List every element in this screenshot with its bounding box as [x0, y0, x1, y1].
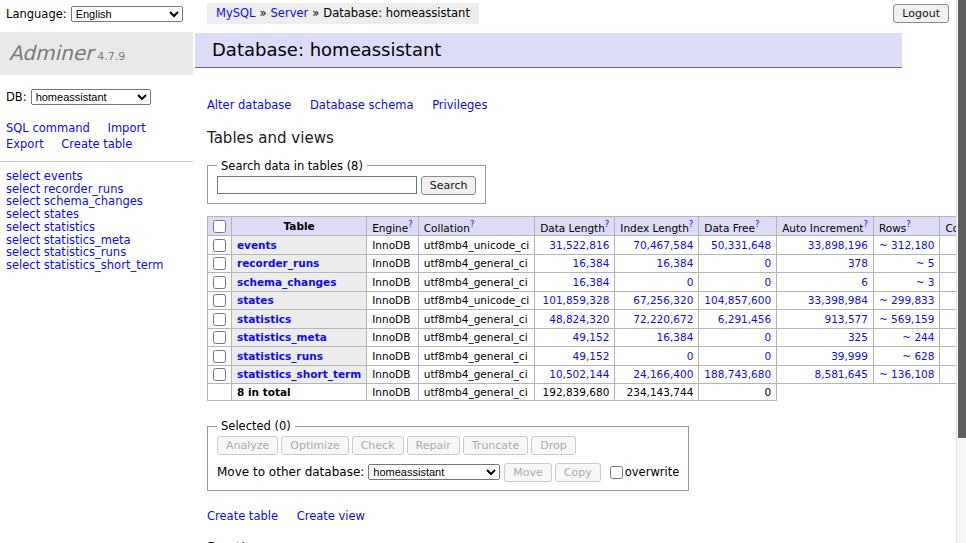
data-length-value[interactable]: 48,824,320 [535, 310, 615, 329]
rows-value[interactable]: ~ 5 [873, 254, 940, 273]
row-checkbox-states[interactable] [213, 294, 226, 307]
data-free-value[interactable]: 188,743,680 [699, 365, 777, 384]
data-length-value[interactable]: 49,152 [535, 347, 615, 366]
move-database-select[interactable]: homeassistant [368, 464, 500, 480]
row-checkbox-recorder-runs[interactable] [213, 257, 226, 270]
sidebar-table-item: select statistics_short_term [6, 259, 193, 272]
data-length-value[interactable]: 31,522,816 [535, 236, 615, 255]
selected-analyze-button[interactable]: Analyze [217, 436, 278, 455]
rows-value[interactable]: ~ 299,833 [873, 291, 940, 310]
table-row-statistics-runs: statistics_runsInnoDButf8mb4_general_ci4… [208, 347, 966, 366]
index-length-value[interactable]: 72,220,672 [615, 310, 699, 329]
move-move-button[interactable]: Move [504, 463, 552, 482]
help-icon[interactable]: ? [689, 219, 694, 229]
data-length-value[interactable]: 16,384 [535, 273, 615, 292]
data-free-value[interactable]: 104,857,600 [699, 291, 777, 310]
sidebar-action-sql-command-link[interactable]: SQL command [6, 121, 90, 135]
sidebar-action-export-link[interactable]: Export [6, 137, 44, 151]
row-checkbox-statistics-short-term[interactable] [213, 368, 226, 381]
index-length-value[interactable]: 24,166,400 [615, 365, 699, 384]
rows-value[interactable]: ~ 569,159 [873, 310, 940, 329]
breadcrumb-mysql[interactable]: MySQL [216, 6, 256, 20]
auto-increment-value[interactable]: 39,999 [777, 347, 874, 366]
column-header-data-free: Data Free? [699, 216, 777, 236]
tables-section-title: Tables and views [207, 129, 956, 147]
help-icon[interactable]: ? [605, 219, 610, 229]
index-length-value[interactable]: 67,256,320 [615, 291, 699, 310]
auto-increment-value[interactable]: 325 [777, 328, 874, 347]
row-checkbox-events[interactable] [213, 239, 226, 252]
sidebar-action-create-table-link[interactable]: Create table [61, 137, 132, 151]
selected-drop-button[interactable]: Drop [531, 436, 575, 455]
create-create-view-link[interactable]: Create view [297, 509, 365, 523]
nav-database-schema-link[interactable]: Database schema [310, 98, 413, 112]
nav-privileges-link[interactable]: Privileges [432, 98, 487, 112]
db-select[interactable]: homeassistant [31, 89, 151, 105]
table-link-schema-changes[interactable]: schema_changes [237, 276, 337, 288]
data-free-value[interactable]: 50,331,648 [699, 236, 777, 255]
row-checkbox-statistics-runs[interactable] [213, 350, 226, 363]
auto-increment-value[interactable]: 8,581,645 [777, 365, 874, 384]
selected-optimize-button[interactable]: Optimize [281, 436, 348, 455]
selected-check-button[interactable]: Check [352, 436, 404, 455]
create-create-table-link[interactable]: Create table [207, 509, 278, 523]
data-free-value[interactable]: 0 [699, 254, 777, 273]
selected-repair-button[interactable]: Repair [407, 436, 460, 455]
logout-button[interactable]: Logout [893, 4, 949, 23]
data-length-value[interactable]: 16,384 [535, 254, 615, 273]
scrollbar-thumb[interactable] [958, 0, 966, 438]
table-link-statistics-short-term[interactable]: statistics_short_term [237, 368, 361, 380]
index-length-value[interactable]: 70,467,584 [615, 236, 699, 255]
selected-truncate-button[interactable]: Truncate [463, 436, 528, 455]
table-link-statistics[interactable]: statistics [237, 313, 291, 325]
auto-increment-value[interactable]: 33,898,196 [777, 236, 874, 255]
data-length-value[interactable]: 101,859,328 [535, 291, 615, 310]
auto-increment-value[interactable]: 33,398,984 [777, 291, 874, 310]
select-all-checkbox[interactable] [213, 220, 226, 233]
table-link-statistics-runs[interactable]: statistics_runs [237, 350, 323, 362]
vertical-scrollbar[interactable] [956, 0, 966, 543]
rows-value[interactable]: ~ 312,180 [873, 236, 940, 255]
data-length-value[interactable]: 49,152 [535, 328, 615, 347]
index-length-value[interactable]: 0 [615, 273, 699, 292]
auto-increment-value[interactable]: 6 [777, 273, 874, 292]
help-icon[interactable]: ? [755, 219, 760, 229]
table-link-recorder-runs[interactable]: recorder_runs [237, 257, 319, 269]
row-checkbox-schema-changes[interactable] [213, 276, 226, 289]
help-icon[interactable]: ? [408, 219, 413, 229]
row-checkbox-statistics-meta[interactable] [213, 331, 226, 344]
rows-value[interactable]: ~ 136,108 [873, 365, 940, 384]
move-copy-button[interactable]: Copy [555, 463, 601, 482]
search-input[interactable] [217, 176, 417, 194]
nav-alter-database-link[interactable]: Alter database [207, 98, 291, 112]
data-length-value[interactable]: 10,502,144 [535, 365, 615, 384]
help-icon[interactable]: ? [470, 219, 475, 229]
breadcrumb-server[interactable]: Server [271, 6, 309, 20]
auto-increment-value[interactable]: 378 [777, 254, 874, 273]
data-free-value[interactable]: 0 [699, 328, 777, 347]
row-checkbox-statistics[interactable] [213, 313, 226, 326]
table-link-events[interactable]: events [237, 239, 277, 251]
table-link-states[interactable]: states [237, 294, 274, 306]
app-name: Adminer [9, 41, 93, 65]
index-length-value[interactable]: 16,384 [615, 254, 699, 273]
index-length-value[interactable]: 0 [615, 347, 699, 366]
data-free-value[interactable]: 6,291,456 [699, 310, 777, 329]
overwrite-checkbox[interactable] [610, 466, 623, 479]
help-icon[interactable]: ? [906, 219, 911, 229]
table-link-statistics-meta[interactable]: statistics_meta [237, 331, 327, 343]
rows-value[interactable]: ~ 244 [873, 328, 940, 347]
data-free-value[interactable]: 0 [699, 273, 777, 292]
help-icon[interactable]: ? [863, 219, 868, 229]
engine-cell: InnoDB [367, 273, 419, 292]
sidebar-select-statistics-short-term-link[interactable]: select statistics_short_term [6, 258, 163, 272]
search-button[interactable]: Search [421, 176, 477, 195]
auto-increment-value[interactable]: 913,577 [777, 310, 874, 329]
index-length-value[interactable]: 16,384 [615, 328, 699, 347]
table-name-cell: statistics [232, 310, 367, 329]
rows-value[interactable]: ~ 3 [873, 273, 940, 292]
language-select[interactable]: English [71, 6, 183, 22]
sidebar-action-import-link[interactable]: Import [107, 121, 145, 135]
rows-value[interactable]: ~ 628 [873, 347, 940, 366]
data-free-value[interactable]: 0 [699, 347, 777, 366]
